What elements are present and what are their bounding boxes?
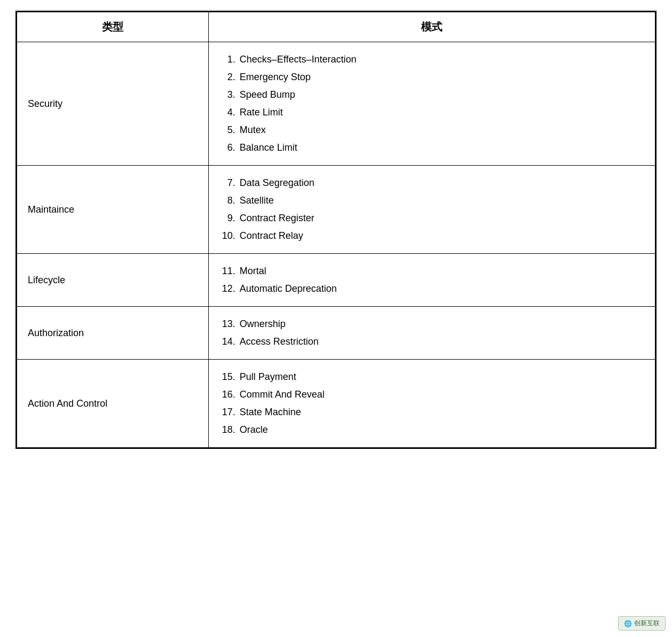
mode-label: Checks–Effects–Interaction (240, 54, 357, 65)
mode-label: Ownership (240, 318, 286, 330)
mode-label: Rate Limit (240, 107, 283, 118)
mode-label: Commit And Reveal (240, 389, 325, 400)
mode-label: Contract Relay (240, 230, 303, 242)
list-item: 14.Access Restriction (220, 333, 645, 351)
list-item: 4.Rate Limit (220, 104, 645, 121)
type-cell-4: Action And Control (17, 360, 209, 448)
mode-number: 17. (220, 407, 236, 418)
mode-label: Contract Register (240, 213, 315, 224)
type-cell-0: Security (17, 42, 209, 166)
mode-number: 2. (220, 72, 236, 83)
mode-number: 18. (220, 424, 236, 436)
list-item: 15.Pull Payment (220, 368, 645, 386)
mode-label: Data Segregation (240, 177, 315, 189)
mode-number: 8. (220, 195, 236, 206)
mode-label: Mortal (240, 266, 267, 277)
mode-number: 10. (220, 230, 236, 242)
list-item: 1.Checks–Effects–Interaction (220, 51, 645, 68)
list-item: 3.Speed Bump (220, 86, 645, 104)
mode-number: 13. (220, 318, 236, 330)
list-item: 11.Mortal (220, 262, 645, 280)
mode-number: 7. (220, 177, 236, 189)
mode-number: 9. (220, 213, 236, 224)
mode-number: 5. (220, 125, 236, 136)
mode-label: State Machine (240, 407, 301, 418)
list-item: 9.Contract Register (220, 209, 645, 227)
mode-cell-2: 11.Mortal12.Automatic Deprecation (208, 254, 655, 307)
mode-number: 14. (220, 336, 236, 347)
list-item: 16.Commit And Reveal (220, 386, 645, 403)
mode-label: Mutex (240, 125, 266, 136)
mode-label: Balance Limit (240, 142, 298, 153)
watermark-icon: 🌐 (624, 620, 632, 627)
list-item: 2.Emergency Stop (220, 68, 645, 86)
header-mode: 模式 (208, 12, 655, 42)
type-cell-3: Authorization (17, 307, 209, 360)
mode-number: 12. (220, 283, 236, 294)
mode-number: 16. (220, 389, 236, 400)
mode-label: Access Restriction (240, 336, 319, 347)
mode-cell-3: 13.Ownership14.Access Restriction (208, 307, 655, 360)
mode-label: Emergency Stop (240, 72, 311, 83)
watermark: 🌐 创新互联 (618, 616, 666, 631)
mode-label: Pull Payment (240, 371, 296, 383)
type-cell-1: Maintaince (17, 166, 209, 254)
mode-label: Oracle (240, 424, 268, 436)
mode-number: 11. (220, 266, 236, 277)
mode-label: Automatic Deprecation (240, 283, 337, 294)
watermark-text: 创新互联 (634, 619, 660, 628)
mode-cell-0: 1.Checks–Effects–Interaction2.Emergency … (208, 42, 655, 166)
mode-label: Speed Bump (240, 89, 295, 100)
list-item: 18.Oracle (220, 421, 645, 439)
mode-number: 1. (220, 54, 236, 65)
list-item: 5.Mutex (220, 121, 645, 139)
list-item: 8.Satellite (220, 192, 645, 209)
mode-number: 4. (220, 107, 236, 118)
list-item: 10.Contract Relay (220, 227, 645, 245)
list-item: 13.Ownership (220, 315, 645, 333)
mode-number: 15. (220, 371, 236, 383)
mode-cell-4: 15.Pull Payment16.Commit And Reveal17.St… (208, 360, 655, 448)
type-cell-2: Lifecycle (17, 254, 209, 307)
mode-number: 6. (220, 142, 236, 153)
list-item: 12.Automatic Deprecation (220, 280, 645, 298)
mode-number: 3. (220, 89, 236, 100)
mode-label: Satellite (240, 195, 274, 206)
mode-cell-1: 7.Data Segregation8.Satellite9.Contract … (208, 166, 655, 254)
list-item: 7.Data Segregation (220, 174, 645, 192)
list-item: 6.Balance Limit (220, 139, 645, 157)
header-type: 类型 (17, 12, 209, 42)
list-item: 17.State Machine (220, 403, 645, 421)
